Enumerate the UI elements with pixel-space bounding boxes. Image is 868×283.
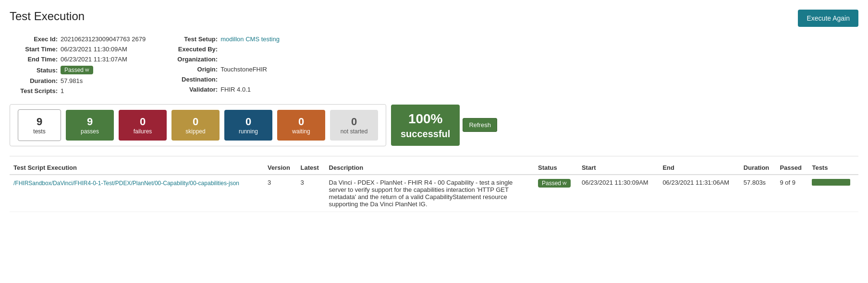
start-time-label: Start Time:: [14, 46, 58, 53]
stat-passes: 9 passes: [66, 110, 114, 141]
row-passed: 9 of 9: [776, 175, 808, 212]
col-end: End: [659, 161, 739, 175]
executed-by-row: Executed By:: [174, 46, 280, 53]
test-setup-row: Test Setup: modillon CMS testing: [174, 35, 280, 43]
execute-again-button[interactable]: Execute Again: [798, 10, 858, 27]
table-header-row: Test Script Execution Version Latest Des…: [10, 161, 858, 175]
test-scripts-value: 1: [61, 87, 64, 94]
results-table: Test Script Execution Version Latest Des…: [10, 161, 858, 212]
stat-passes-label: passes: [81, 128, 99, 135]
destination-label: Destination:: [174, 76, 218, 83]
duration-row: Duration: 57.981s: [14, 77, 146, 84]
stat-running-label: running: [239, 128, 258, 135]
stat-skipped-label: skipped: [185, 128, 205, 135]
origin-label: Origin:: [174, 66, 218, 73]
status-row: Status: PassedW: [14, 66, 146, 74]
status-badge-text: Passed: [64, 67, 84, 73]
executed-by-label: Executed By:: [174, 46, 218, 53]
validator-label: Validator:: [174, 86, 218, 93]
meta-col-right: Test Setup: modillon CMS testing Execute…: [174, 35, 280, 94]
start-time-row: Start Time: 06/23/2021 11:30:09AM: [14, 46, 146, 53]
duration-value: 57.981s: [61, 77, 83, 84]
stat-waiting: 0 waiting: [277, 110, 325, 141]
test-scripts-label: Test Scripts:: [14, 87, 58, 94]
stat-skipped-number: 0: [193, 116, 198, 128]
test-scripts-row: Test Scripts: 1: [14, 87, 146, 94]
stat-failures-number: 0: [140, 116, 146, 128]
test-setup-link[interactable]: modillon CMS testing: [220, 35, 280, 43]
stat-not-started-number: 0: [351, 116, 357, 128]
row-status-badge: PassedW: [538, 179, 571, 188]
meta-section: Exec Id: 20210623123009047763 2679 Start…: [10, 35, 858, 94]
col-status: Status: [534, 161, 578, 175]
row-version: 3: [264, 175, 297, 212]
col-start: Start: [578, 161, 659, 175]
row-start: 06/23/2021 11:30:09AM: [578, 175, 659, 212]
origin-row: Origin: TouchstoneFHIR: [174, 66, 280, 73]
col-duration: Duration: [740, 161, 776, 175]
end-time-value: 06/23/2021 11:31:07AM: [61, 56, 127, 63]
col-script: Test Script Execution: [10, 161, 264, 175]
success-percent: 100%: [401, 110, 450, 128]
stat-running: 0 running: [224, 110, 272, 141]
col-latest: Latest: [297, 161, 325, 175]
row-latest: 3: [297, 175, 325, 212]
col-version: Version: [264, 161, 297, 175]
exec-id-value: 20210623123009047763 2679: [61, 35, 146, 43]
organization-row: Organization:: [174, 56, 280, 63]
stat-failures: 0 failures: [119, 110, 167, 141]
stat-tests-label: tests: [33, 128, 45, 135]
stat-waiting-number: 0: [298, 116, 304, 128]
progress-bar-container: [812, 179, 850, 186]
row-duration: 57.803s: [740, 175, 776, 212]
stat-waiting-label: waiting: [292, 128, 310, 135]
row-end: 06/23/2021 11:31:06AM: [659, 175, 739, 212]
status-w: W: [85, 68, 89, 72]
end-time-row: End Time: 06/23/2021 11:31:07AM: [14, 56, 146, 63]
stats-section: 9 tests 9 passes 0 failures 0 skipped 0 …: [10, 104, 858, 146]
exec-id-label: Exec Id:: [14, 35, 58, 43]
stats-boxes: 9 tests 9 passes 0 failures 0 skipped 0 …: [10, 104, 386, 146]
row-tests: [808, 175, 858, 212]
success-block: 100% successful: [391, 105, 460, 146]
organization-label: Organization:: [174, 56, 218, 63]
refresh-button[interactable]: Refresh: [463, 118, 497, 132]
stat-tests-number: 9: [37, 116, 42, 128]
stat-passes-number: 9: [87, 116, 93, 128]
script-link[interactable]: /FHIRSandbox/DaVinci/FHIR4-0-1-Test/PDEX…: [13, 180, 239, 187]
success-label: successful: [401, 128, 450, 140]
col-description: Description: [325, 161, 534, 175]
page-title: Test Execution: [10, 10, 85, 23]
stat-running-number: 0: [245, 116, 251, 128]
page-header: Test Execution Execute Again: [10, 10, 858, 27]
duration-label: Duration:: [14, 77, 58, 84]
meta-col-left: Exec Id: 20210623123009047763 2679 Start…: [14, 35, 146, 94]
start-time-value: 06/23/2021 11:30:09AM: [61, 46, 127, 53]
destination-row: Destination:: [174, 76, 280, 83]
stat-failures-label: failures: [134, 128, 152, 135]
success-area: 100% successful Refresh: [391, 105, 497, 146]
exec-id-row: Exec Id: 20210623123009047763 2679: [14, 35, 146, 43]
table-row: /FHIRSandbox/DaVinci/FHIR4-0-1-Test/PDEX…: [10, 175, 858, 212]
validator-row: Validator: FHIR 4.0.1: [174, 86, 280, 93]
col-tests: Tests: [808, 161, 858, 175]
progress-bar-fill: [812, 179, 850, 186]
origin-value: TouchstoneFHIR: [220, 66, 267, 73]
stat-not-started-label: not started: [341, 128, 368, 135]
stat-tests: 9 tests: [18, 109, 61, 141]
validator-value: FHIR 4.0.1: [220, 86, 251, 93]
row-description: Da Vinci - PDEX - PlanNet - FHIR R4 - 00…: [325, 175, 534, 212]
table-section: Test Script Execution Version Latest Des…: [10, 156, 858, 212]
stat-not-started: 0 not started: [330, 110, 378, 141]
end-time-label: End Time:: [14, 56, 58, 63]
status-badge: PassedW: [61, 66, 93, 74]
col-passed: Passed: [776, 161, 808, 175]
test-setup-label: Test Setup:: [174, 35, 218, 43]
status-label: Status:: [14, 67, 58, 74]
stat-skipped: 0 skipped: [171, 110, 220, 141]
